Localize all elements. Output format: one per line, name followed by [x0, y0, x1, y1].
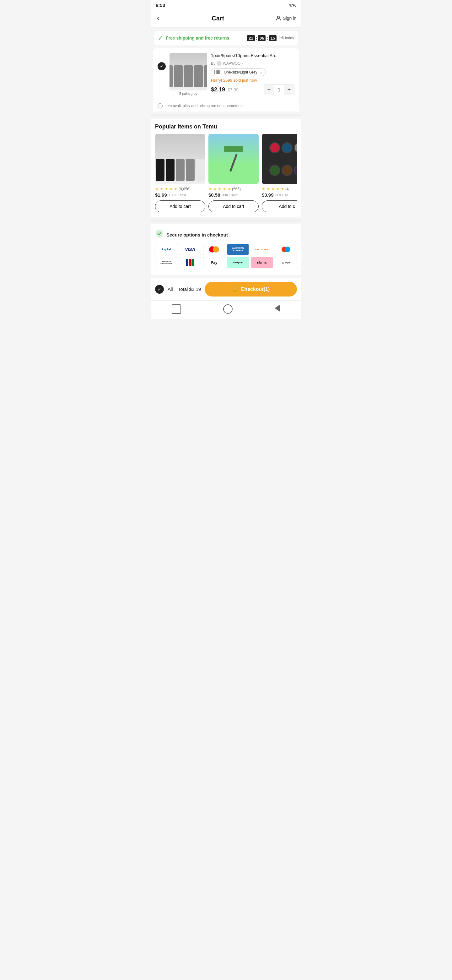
star-icon: ★ [271, 186, 275, 191]
bottom-bar: ✓ All Total $2.19 🔒 Checkout(1) [151, 278, 301, 300]
jcb-red-stripe [189, 259, 191, 266]
countdown: 21 : 06 : 15 left today [247, 35, 294, 41]
popular-item: ★ ★ ★ ★ ★ (565) $0.58 33K+ sold Add to c… [208, 134, 259, 212]
payment-jcb [179, 257, 201, 268]
quantity-increase-button[interactable]: + [284, 85, 294, 95]
item-sold-3: 80K+ so [276, 193, 289, 197]
star-icon: ★ [222, 186, 226, 191]
star-icon: ★ [218, 186, 222, 191]
product-seller[interactable]: By WAAWOO › [211, 61, 295, 66]
product-image-label: 5 pairs grey [170, 92, 207, 95]
payment-methods-grid: PayPal VISA AMERICANEXPRESS DISCOVER Din [155, 244, 297, 268]
quantity-value: 1 [274, 85, 284, 95]
product-title: 1pair/5pairs/10pairs Essential An... [211, 53, 295, 59]
signin-button[interactable]: Sign in [275, 15, 296, 21]
navigation-bar [151, 300, 301, 319]
nav-home-button[interactable] [223, 304, 233, 314]
payment-google-pay: G Pay [275, 257, 297, 268]
store-icon [217, 61, 222, 66]
price-row: $2.19 $7.99 − 1 + [211, 84, 295, 95]
socks-visual [170, 65, 207, 88]
variant-icon [214, 70, 222, 74]
mc-orange-circle [213, 246, 219, 253]
payment-discover: DISCOVER [251, 244, 273, 255]
payment-klarna: Klarna. [251, 257, 273, 268]
shipping-text: Free shipping and free returns [166, 35, 244, 41]
maestro-blue-circle [285, 247, 290, 252]
jcb-blue-stripe [186, 259, 188, 266]
item-sold-2: 33K+ sold [222, 193, 238, 197]
star-half-icon: ★ [174, 186, 178, 191]
payment-mastercard [203, 244, 225, 255]
rolled-sock-icon [294, 165, 297, 176]
status-time: 6:53 [156, 3, 165, 8]
popular-item: ★ ★ ★ ★ ★ (8,656) $1.69 100K+ sold Add t… [155, 134, 205, 212]
product-variant-selector[interactable]: One-size/Light Grey ⌄ [211, 68, 266, 76]
shipping-banner: ✓ Free shipping and free returns 21 : 06… [153, 30, 299, 46]
add-to-cart-button-1[interactable]: Add to cart [155, 200, 205, 212]
checkout-label: Checkout(1) [241, 286, 270, 292]
status-battery: 47% [289, 3, 296, 8]
countdown-label: left today [279, 36, 294, 40]
star-icon: ★ [165, 186, 168, 191]
rolled-sock-icon [282, 165, 293, 176]
item-sold-1: 100K+ sold [169, 193, 186, 197]
product-stars-3: ★ ★ ★ ★ ★ (4 [262, 186, 297, 191]
review-count-1: (8,656) [179, 187, 190, 191]
product-image-container: 5 pairs grey [170, 53, 207, 95]
header: ‹ Cart Sign in [151, 9, 301, 28]
select-all-label: All [168, 286, 173, 292]
checkout-button[interactable]: 🔒 Checkout(1) [205, 282, 297, 296]
jcb-green-stripe [192, 259, 194, 266]
payment-maestro [275, 244, 297, 255]
status-bar: 6:53 47% [151, 0, 301, 9]
payment-diners: Diners ClubInternational [155, 257, 177, 268]
item-price-row-3: $3.99 80K+ so [262, 192, 297, 197]
seller-name: WAAWOO [223, 61, 240, 66]
select-all-checkmark: ✓ [157, 287, 161, 292]
quantity-decrease-button[interactable]: − [264, 85, 274, 95]
socks-image-visual [156, 159, 205, 181]
back-button[interactable]: ‹ [156, 13, 160, 24]
secure-title: Secure options in checkout [167, 232, 228, 237]
star-icon: ★ [276, 186, 280, 191]
star-icon: ★ [160, 186, 163, 191]
star-icon: ★ [169, 186, 173, 191]
checkmark-icon: ✓ [160, 64, 163, 69]
price-current: $2.19 [211, 86, 225, 93]
info-icon: ℹ [157, 103, 163, 108]
popular-section: Popular items on Temu ★ ★ ★ ★ ★ (8,656) [151, 119, 301, 217]
nav-back-button[interactable] [274, 304, 280, 312]
total-label: Total [178, 286, 188, 292]
countdown-minutes: 06 [258, 35, 266, 41]
product-image [170, 53, 207, 91]
lock-icon: 🔒 [232, 286, 238, 292]
info-message: ℹ Item availability and pricing are not … [153, 100, 299, 111]
popular-items-list: ★ ★ ★ ★ ★ (8,656) $1.69 100K+ sold Add t… [155, 134, 297, 217]
section-divider-2 [151, 219, 301, 222]
rolled-sock-icon [269, 142, 280, 153]
star-icon: ★ [213, 186, 217, 191]
select-all-checkbox[interactable]: ✓ [155, 285, 164, 294]
cart-item-checkbox[interactable]: ✓ [157, 62, 166, 70]
payment-afterpay: afterpay⟩ [227, 257, 249, 268]
add-to-cart-button-3[interactable]: Add to c [262, 200, 297, 212]
nav-square-button[interactable] [172, 304, 181, 314]
rolled-sock-icon [269, 165, 280, 176]
variant-label: One-size/Light Grey [224, 70, 257, 75]
review-count-3: (4 [285, 187, 289, 191]
add-to-cart-button-2[interactable]: Add to cart [208, 200, 259, 212]
rolled-sock-icon [282, 142, 293, 153]
brush-head [224, 146, 243, 152]
check-icon: ✓ [158, 34, 163, 42]
product-stars-2: ★ ★ ★ ★ ★ (565) [208, 186, 259, 191]
item-price-row-1: $1.69 100K+ sold [155, 192, 205, 197]
popular-item: ★ ★ ★ ★ ★ (4 $3.99 80K+ so Add to c [262, 134, 297, 212]
brush-handle [230, 154, 238, 172]
countdown-seconds: 15 [269, 35, 276, 41]
item-price-2: $0.58 [208, 192, 220, 197]
cart-item: ✓ 5 pairs grey 1pair/5pairs/10pairs Esse… [153, 48, 299, 100]
payment-visa: VISA [179, 244, 201, 255]
countdown-hours: 21 [247, 35, 255, 41]
status-right: 47% [289, 3, 296, 8]
